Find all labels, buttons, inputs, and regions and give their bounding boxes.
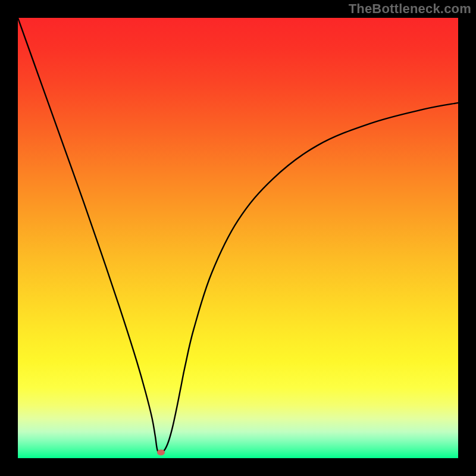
gradient-background — [18, 18, 458, 458]
brand-watermark: TheBottleneck.com — [349, 1, 471, 17]
chart-frame: TheBottleneck.com — [0, 0, 476, 476]
plot-area — [18, 18, 458, 458]
plot-svg — [18, 18, 458, 458]
optimum-marker — [157, 449, 165, 455]
